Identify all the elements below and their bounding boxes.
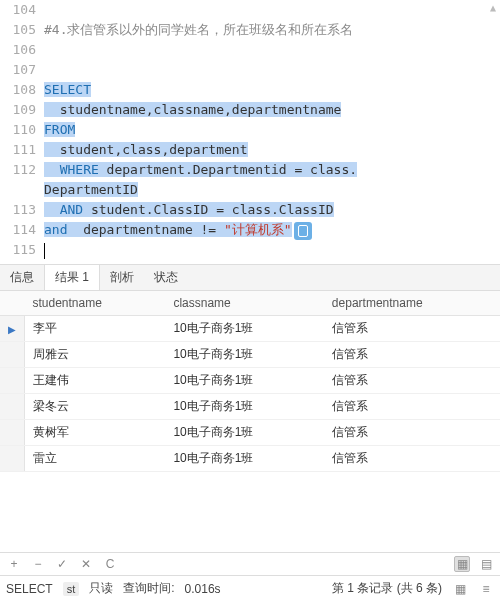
result-grid-wrapper[interactable]: studentnameclassnamedepartmentname ▶李平10… [0, 291, 500, 552]
refresh-button[interactable]: C [102, 556, 118, 572]
add-row-button[interactable]: + [6, 556, 22, 572]
grid-header-row: studentnameclassnamedepartmentname [0, 291, 500, 316]
status-bar: SELECT st 只读 查询时间: 0.016s 第 1 条记录 (共 6 条… [0, 575, 500, 601]
line-number: 113 [0, 200, 44, 220]
code-content[interactable]: #4.求信管系以外的同学姓名，所在班级名和所在系名 [44, 20, 500, 40]
editor-line[interactable]: 109 studentname,classname,departmentname [0, 100, 500, 120]
cell[interactable]: 10电子商务1班 [165, 446, 323, 472]
line-number: 105 [0, 20, 44, 40]
editor-line-continuation[interactable]: DepartmentID [0, 180, 500, 200]
table-row[interactable]: 王建伟10电子商务1班信管系 [0, 368, 500, 394]
row-marker [0, 420, 25, 446]
line-number: 107 [0, 60, 44, 80]
tab-3[interactable]: 状态 [144, 265, 188, 290]
form-view-icon[interactable]: ▤ [478, 556, 494, 572]
code-content[interactable]: WHERE department.Departmentid = class. [44, 160, 500, 180]
row-marker [0, 446, 25, 472]
tab-2[interactable]: 剖析 [100, 265, 144, 290]
grid-toolbar: + − ✓ ✕ C ▦ ▤ [0, 552, 500, 575]
editor-line[interactable]: 108SELECT [0, 80, 500, 100]
editor-line[interactable]: 110FROM [0, 120, 500, 140]
editor-line[interactable]: 105#4.求信管系以外的同学姓名，所在班级名和所在系名 [0, 20, 500, 40]
table-row[interactable]: ▶李平10电子商务1班信管系 [0, 316, 500, 342]
cancel-button[interactable]: ✕ [78, 556, 94, 572]
row-marker-header [0, 291, 25, 316]
table-row[interactable]: 梁冬云10电子商务1班信管系 [0, 394, 500, 420]
row-marker [0, 342, 25, 368]
column-header[interactable]: departmentname [324, 291, 500, 316]
cell[interactable]: 信管系 [324, 316, 500, 342]
code-content[interactable]: AND student.ClassID = class.ClassID [44, 200, 500, 220]
hint-badge-icon[interactable] [294, 222, 312, 240]
editor-line[interactable]: 114and departmentname != "计算机系" [0, 220, 500, 240]
status-time-value: 0.016s [185, 582, 221, 596]
line-number: 111 [0, 140, 44, 160]
apply-button[interactable]: ✓ [54, 556, 70, 572]
row-marker [0, 394, 25, 420]
editor-line[interactable]: 113 AND student.ClassID = class.ClassID [0, 200, 500, 220]
delete-row-button[interactable]: − [30, 556, 46, 572]
code-content[interactable]: FROM [44, 120, 500, 140]
line-number: 112 [0, 160, 44, 180]
result-tabs: 信息结果 1剖析状态 [0, 264, 500, 291]
table-row[interactable]: 黄树军10电子商务1班信管系 [0, 420, 500, 446]
code-content[interactable]: studentname,classname,departmentname [44, 100, 500, 120]
editor-line[interactable]: 112 WHERE department.Departmentid = clas… [0, 160, 500, 180]
cell[interactable]: 信管系 [324, 420, 500, 446]
column-header[interactable]: studentname [25, 291, 166, 316]
editor-line[interactable]: 104 [0, 0, 500, 20]
sql-editor[interactable]: ▲ 104105#4.求信管系以外的同学姓名，所在班级名和所在系名1061071… [0, 0, 500, 264]
cell[interactable]: 黄树军 [25, 420, 166, 446]
editor-line[interactable]: 111 student,class,department [0, 140, 500, 160]
cell[interactable]: 信管系 [324, 368, 500, 394]
status-time-label: 查询时间: [123, 580, 174, 597]
line-number: 109 [0, 100, 44, 120]
cell[interactable]: 10电子商务1班 [165, 368, 323, 394]
cell[interactable]: 信管系 [324, 342, 500, 368]
cell[interactable]: 10电子商务1班 [165, 342, 323, 368]
line-number: 115 [0, 240, 44, 260]
result-grid: studentnameclassnamedepartmentname ▶李平10… [0, 291, 500, 472]
row-marker [0, 368, 25, 394]
tab-1[interactable]: 结果 1 [44, 265, 100, 290]
cell[interactable]: 10电子商务1班 [165, 394, 323, 420]
row-marker: ▶ [0, 316, 25, 342]
code-content[interactable]: SELECT [44, 80, 500, 100]
table-row[interactable]: 周雅云10电子商务1班信管系 [0, 342, 500, 368]
status-statement: SELECT [6, 582, 53, 596]
code-content[interactable]: DepartmentID [44, 180, 500, 200]
status-record: 第 1 条记录 (共 6 条) [332, 580, 442, 597]
scroll-up-icon: ▲ [488, 2, 498, 18]
grid-view-icon[interactable]: ▦ [454, 556, 470, 572]
editor-line[interactable]: 106 [0, 40, 500, 60]
grid-mode-icon[interactable]: ▦ [452, 581, 468, 597]
column-header[interactable]: classname [165, 291, 323, 316]
editor-line[interactable]: 115 [0, 240, 500, 260]
line-number: 110 [0, 120, 44, 140]
editor-line[interactable]: 107 [0, 60, 500, 80]
cell[interactable]: 10电子商务1班 [165, 420, 323, 446]
status-mode: 只读 [89, 580, 113, 597]
line-number: 104 [0, 0, 44, 20]
cell[interactable]: 梁冬云 [25, 394, 166, 420]
cell[interactable]: 雷立 [25, 446, 166, 472]
cell[interactable]: 10电子商务1班 [165, 316, 323, 342]
code-content[interactable] [44, 240, 500, 260]
code-content[interactable]: student,class,department [44, 140, 500, 160]
cell[interactable]: 周雅云 [25, 342, 166, 368]
cell[interactable]: 信管系 [324, 394, 500, 420]
line-number: 106 [0, 40, 44, 60]
cell[interactable]: 李平 [25, 316, 166, 342]
cell[interactable]: 王建伟 [25, 368, 166, 394]
cell[interactable]: 信管系 [324, 446, 500, 472]
code-content[interactable]: and departmentname != "计算机系" [44, 220, 500, 240]
status-chip: st [63, 582, 80, 596]
tab-0[interactable]: 信息 [0, 265, 44, 290]
table-row[interactable]: 雷立10电子商务1班信管系 [0, 446, 500, 472]
line-number: 114 [0, 220, 44, 240]
line-number: 108 [0, 80, 44, 100]
text-mode-icon[interactable]: ≡ [478, 581, 494, 597]
